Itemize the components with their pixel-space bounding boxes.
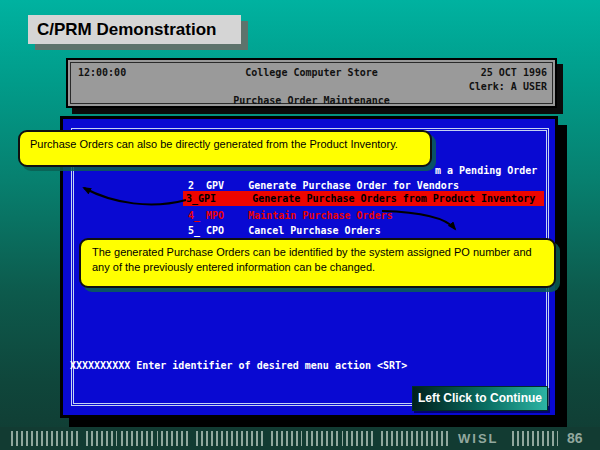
clerk-text: Clerk: A USER — [469, 81, 547, 93]
menu-item-mpo[interactable]: 4_ MPO Maintain Purchase Orders — [188, 208, 393, 223]
menu-item-pending-order-partial[interactable]: m a Pending Order — [435, 163, 537, 178]
continue-button[interactable]: Left Click to Continue — [412, 386, 548, 411]
footer-brand: WISL — [458, 431, 499, 446]
slide: C/PRM Demonstration 12:00:00 College Com… — [0, 0, 600, 450]
callout-generate-from-inventory: Purchase Orders can also be directly gen… — [18, 130, 432, 167]
menu-item-gpi-selected[interactable]: 3_GPI Generate Purchase Orders from Prod… — [183, 191, 544, 206]
slide-title: C/PRM Demonstration — [28, 15, 241, 44]
screen-title: Purchase Order Maintenance — [68, 95, 555, 107]
page-number: 86 — [567, 430, 583, 447]
menu-action-prompt: XXXXXXXXXX Enter identifier of desired m… — [70, 358, 407, 373]
barcode-pattern — [6, 431, 452, 446]
callout-po-number-note: The generated Purchase Orders can be ide… — [79, 238, 556, 288]
terminal-header-window: 12:00:00 College Computer Store 25 OCT 1… — [66, 58, 557, 108]
footer-bar: WISL 86 — [0, 427, 600, 450]
barcode-pattern-short — [512, 431, 558, 446]
menu-item-cpo[interactable]: 5_ CPO Cancel Purchase Orders — [188, 223, 381, 238]
date-text: 25 OCT 1996 — [481, 67, 547, 79]
